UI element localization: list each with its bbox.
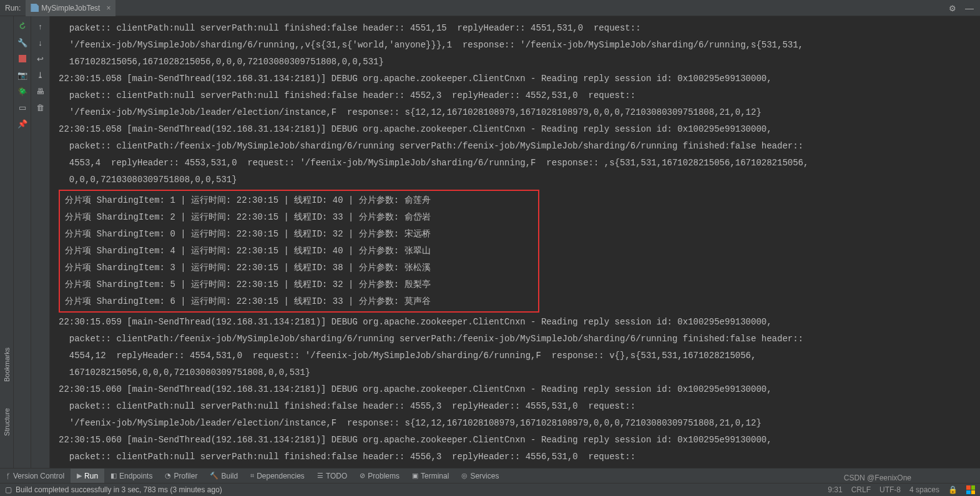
stop-button[interactable] (17, 54, 27, 64)
console-line: 22:30:15.060 [main-SendThread(192.168.31… (59, 432, 974, 449)
console-line: packet:: clientPath:null serverPath:null… (59, 398, 974, 415)
sharding-line: 分片项 ShardingItem: 1 | 运行时间: 22:30:15 | 线… (60, 192, 538, 209)
file-encoding[interactable]: UTF-8 (880, 485, 901, 494)
console-line: 22:30:15.060 [main-SendThread(192.168.31… (59, 381, 974, 398)
console-line: 4554,12 replyHeader:: 4554,531,0 request… (59, 348, 974, 364)
console-line: 22:30:15.059 [main-SendThread(192.168.31… (59, 314, 974, 331)
console-line: '/feenix-job/MySimpleJob/leader/election… (59, 415, 974, 432)
console-line: 22:30:15.058 [main-SendThread(192.168.31… (59, 71, 974, 87)
up-icon[interactable]: ↑ (36, 21, 46, 31)
problems-icon: ⊘ (360, 472, 365, 480)
print-icon[interactable]: 🖶 (36, 86, 46, 96)
tab-terminal[interactable]: ▣Terminal (406, 469, 455, 484)
structure-tab[interactable]: Structure (2, 404, 12, 440)
sharding-line: 分片项 ShardingItem: 3 | 运行时间: 22:30:15 | 线… (60, 260, 538, 276)
tab-services[interactable]: ◎Services (455, 469, 505, 484)
readonly-lock-icon[interactable]: 🔒 (948, 485, 958, 494)
profiler-icon: ◔ (165, 472, 171, 480)
console-toolbar: ↑ ↓ ↩ ⤓ 🖶 🗑 (31, 16, 50, 468)
rerun-button[interactable] (17, 21, 27, 31)
run-panel-label: Run: (0, 4, 26, 12)
console-line: '/feenix-job/MySimpleJob/sharding/6/runn… (59, 37, 974, 54)
console-line: 22:30:15.058 [main-SendThread(192.168.31… (59, 121, 974, 138)
tab-dependencies[interactable]: ⌗Dependencies (244, 469, 311, 484)
bottom-tool-tabs: ᚶVersion Control ▶Run ◧Endpoints ◔Profil… (0, 468, 980, 483)
indent-setting[interactable]: 4 spaces (909, 485, 939, 494)
tab-problems[interactable]: ⊘Problems (353, 469, 406, 484)
pin-icon[interactable]: 📌 (17, 119, 27, 129)
tab-profiler[interactable]: ◔Profiler (159, 469, 203, 484)
bug-icon[interactable]: 🪲 (17, 86, 27, 96)
close-icon[interactable]: × (106, 4, 110, 12)
play-icon: ▶ (77, 472, 82, 480)
camera-icon[interactable]: 📷 (17, 70, 27, 80)
console-line: 1671028215056,1671028215056,0,0,0,721030… (59, 54, 974, 71)
hammer-icon: 🔨 (210, 472, 218, 480)
console-line: packet:: clientPath:null serverPath:null… (59, 87, 974, 104)
todo-icon: ☰ (317, 472, 323, 480)
status-bar: ▢ Build completed successfully in 3 sec,… (0, 483, 980, 496)
down-icon[interactable]: ↓ (36, 37, 46, 47)
branch-icon: ᚶ (6, 472, 11, 480)
sharding-line: 分片项 ShardingItem: 6 | 运行时间: 22:30:15 | 线… (60, 293, 538, 310)
console-line: 0,0,0,72103080309751808,0,0,531} (59, 172, 974, 188)
tab-endpoints[interactable]: ◧Endpoints (104, 469, 159, 484)
bookmarks-tab[interactable]: Bookmarks (2, 344, 12, 386)
run-toolbar: 🔧 📷 🪲 ▭ 📌 (14, 16, 31, 468)
terminal-icon: ▣ (412, 472, 418, 480)
wrench-icon[interactable]: 🔧 (17, 37, 27, 47)
tab-version-control[interactable]: ᚶVersion Control (0, 469, 71, 484)
console-line: 4553,4 replyHeader:: 4553,531,0 request:… (59, 155, 974, 172)
console-line: packet:: clientPath:/feenix-job/MySimple… (59, 331, 974, 348)
run-config-tab[interactable]: MySimpleJobTest × (26, 0, 115, 16)
sharding-line: 分片项 ShardingItem: 4 | 运行时间: 22:30:15 | 线… (60, 243, 538, 260)
console-output[interactable]: packet:: clientPath:null serverPath:null… (50, 16, 980, 468)
ms-flag-icon[interactable] (966, 485, 975, 494)
left-tool-tabs: Bookmarks Structure (0, 16, 14, 468)
scroll-end-icon[interactable]: ⤓ (36, 70, 46, 80)
endpoint-icon: ◧ (110, 472, 117, 480)
sharding-line: 分片项 ShardingItem: 5 | 运行时间: 22:30:15 | 线… (60, 276, 538, 293)
tab-run[interactable]: ▶Run (71, 469, 104, 484)
status-message: Build completed successfully in 3 sec, 7… (16, 485, 222, 494)
console-line: packet:: clientPath:null serverPath:null… (59, 449, 974, 465)
status-message-icon: ▢ (5, 485, 12, 494)
sharding-line: 分片项 ShardingItem: 2 | 运行时间: 22:30:15 | 线… (60, 209, 538, 226)
console-line: packet:: clientPath:/feenix-job/MySimple… (59, 138, 974, 155)
tab-todo[interactable]: ☰TODO (311, 469, 353, 484)
gear-icon[interactable] (949, 3, 958, 12)
tab-build[interactable]: 🔨Build (203, 469, 244, 484)
highlighted-sharding-box: 分片项 ShardingItem: 1 | 运行时间: 22:30:15 | 线… (59, 190, 539, 313)
layout-icon[interactable]: ▭ (17, 102, 27, 112)
console-line: '/feenix-job/MySimpleJob/leader/election… (59, 104, 974, 121)
run-tab-title: MySimpleJobTest (41, 4, 100, 12)
line-separator[interactable]: CRLF (851, 485, 871, 494)
deps-icon: ⌗ (250, 472, 254, 480)
top-run-bar: Run: MySimpleJobTest × — (0, 0, 980, 16)
file-icon (31, 4, 39, 12)
services-icon: ◎ (461, 472, 468, 480)
caret-position[interactable]: 9:31 (828, 485, 842, 494)
console-line: 1671028215056,0,0,0,72103080309751808,0,… (59, 364, 974, 381)
sharding-line: 分片项 ShardingItem: 0 | 运行时间: 22:30:15 | 线… (60, 226, 538, 243)
svg-rect-0 (19, 55, 26, 62)
minimize-icon[interactable]: — (965, 3, 974, 13)
soft-wrap-icon[interactable]: ↩ (36, 54, 46, 64)
console-line: packet:: clientPath:null serverPath:null… (59, 20, 974, 37)
clear-icon[interactable]: 🗑 (36, 102, 46, 112)
window-controls: — (949, 3, 980, 13)
